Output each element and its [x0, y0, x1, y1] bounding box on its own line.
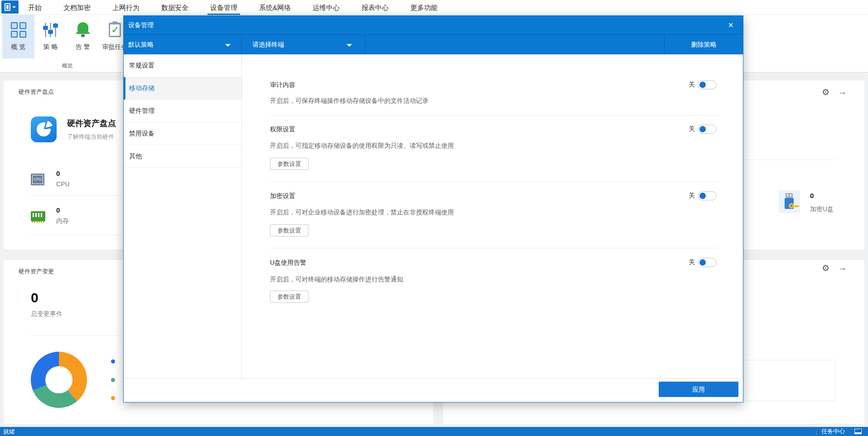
bell-icon: [76, 21, 90, 39]
arrow-right-icon[interactable]: →: [838, 87, 847, 96]
gear-icon[interactable]: ⚙: [822, 88, 829, 97]
sidebar-item-other[interactable]: 其他: [124, 145, 241, 168]
total-changes-label: 总变更事件: [31, 310, 63, 318]
section-desc: 开启后，可保存终端操作移动存储设备中的文件活动记录: [270, 97, 429, 105]
close-icon[interactable]: ×: [726, 20, 736, 30]
arrow-right-icon[interactable]: →: [838, 263, 847, 272]
ribbon-group-label: 概览: [2, 62, 132, 70]
ram-count: 0: [56, 206, 60, 214]
dialog-titlebar: 设备管理 ×: [124, 16, 743, 34]
ribbon-button-label: 策 略: [43, 43, 58, 51]
toggle-state-label: 关: [689, 125, 695, 133]
monitor-icon[interactable]: [854, 429, 862, 434]
menu-item-data-security[interactable]: 数据安全: [161, 0, 188, 15]
sidebar-item-removable-storage[interactable]: 移动存储: [124, 77, 241, 100]
ram-icon: [31, 211, 45, 221]
toggle-state-label: 关: [689, 258, 695, 266]
dialog-sidebar: 常规设置 移动存储 硬件管理 禁用设备 其他: [124, 54, 242, 379]
ram-label: 内存: [56, 217, 69, 225]
status-ready-label: 就绪: [3, 428, 15, 436]
task-center-link[interactable]: 任务中心: [821, 427, 845, 436]
encryption-param-settings-button[interactable]: 参数设置: [270, 224, 309, 237]
download-arrow-icon: ↓: [815, 428, 819, 436]
audit-toggle[interactable]: [698, 80, 717, 89]
ribbon-button-policy[interactable]: 策 略: [34, 15, 67, 58]
encrypted-usb-count: 0: [810, 192, 814, 199]
apply-button[interactable]: 应用: [659, 382, 738, 397]
cpu-count: 0: [56, 170, 60, 177]
changes-donut-chart: [31, 352, 87, 408]
card-title: 硬件资产变更: [19, 267, 54, 276]
menu-item-device-management[interactable]: 设备管理: [210, 0, 237, 15]
menu-bar: 开始 文档加密 上网行为 数据安全 设备管理 系统&网络 运维中心 报表中心 更…: [0, 0, 868, 15]
encryption-toggle[interactable]: [698, 191, 717, 200]
menu-item-more-features[interactable]: 更多功能: [410, 0, 438, 15]
section-title-permissions: 权限设置: [270, 126, 295, 134]
chevron-down-icon: [347, 44, 352, 47]
section-title-usb-alert: U盘使用告警: [270, 259, 306, 267]
card-title: 硬件资产盘点: [19, 88, 54, 96]
main-menu: 开始 文档加密 上网行为 数据安全 设备管理 系统&网络 运维中心 报表中心 更…: [28, 0, 438, 15]
section-title-encryption: 加密设置: [270, 192, 295, 200]
chevron-down-icon: [225, 44, 231, 47]
ribbon-button-label: 告 警: [76, 43, 90, 51]
sidebar-item-general-settings[interactable]: 常规设置: [124, 54, 241, 77]
app-logo-icon: [5, 3, 10, 11]
sidebar-item-disabled-devices[interactable]: 禁用设备: [124, 122, 241, 145]
cpu-label: CPU: [56, 180, 70, 188]
total-changes-value: 0: [31, 290, 39, 305]
section-title-audit: 审计内容: [270, 81, 295, 89]
chevron-down-icon: [12, 6, 16, 8]
delete-policy-button[interactable]: 删除策略: [664, 35, 743, 54]
ribbon-button-label: 概 览: [11, 43, 26, 51]
toggle-state-label: 关: [689, 192, 695, 200]
permissions-toggle[interactable]: [698, 125, 717, 134]
encrypted-usb-label: 加密U盘: [810, 205, 834, 213]
sidebar-item-hardware-management[interactable]: 硬件管理: [124, 100, 241, 122]
menu-item-report-center[interactable]: 报表中心: [362, 0, 389, 15]
section-desc: 开启后，可对终端的移动存储操作进行告警通知: [270, 276, 403, 284]
clipboard-check-icon: ✓: [109, 23, 121, 37]
menu-item-system-network[interactable]: 系统&网络: [259, 0, 291, 15]
usb-alert-toggle[interactable]: [698, 258, 717, 267]
ribbon-button-alert[interactable]: 告 警: [67, 15, 99, 58]
section-desc: 开启后，可对企业移动设备进行加密处理，禁止在非授权终端使用: [270, 208, 454, 217]
grid-icon: [11, 22, 26, 38]
app-menu-button[interactable]: [1, 0, 19, 14]
terminal-dropdown[interactable]: 请选择终端: [242, 35, 365, 54]
gear-icon[interactable]: ⚙: [822, 264, 829, 272]
dialog-toolbar: 默认策略 请选择终端 删除策略: [124, 34, 743, 54]
dialog-content: 审计内容 关 开启后，可保存终端操作移动存储设备中的文件活动记录 权限设置 关 …: [242, 54, 743, 379]
legend-dot-orange: [111, 396, 115, 400]
status-bar: 就绪 ↓ 任务中心: [0, 427, 868, 436]
usb-alert-param-settings-button[interactable]: 参数设置: [270, 291, 309, 303]
menu-item-ops-center[interactable]: 运维中心: [313, 0, 340, 15]
menu-item-doc-encryption[interactable]: 文档加密: [63, 0, 91, 15]
cpu-icon: [31, 174, 44, 185]
menu-item-web-behavior[interactable]: 上网行为: [112, 0, 140, 15]
legend-dot-green: [111, 378, 115, 382]
legend-dot-blue: [111, 359, 115, 363]
policy-dropdown-value: 默认策略: [128, 41, 154, 49]
permissions-param-settings-button[interactable]: 参数设置: [270, 158, 309, 170]
card-heading: 硬件资产盘点: [67, 118, 116, 129]
dialog-title: 设备管理: [128, 21, 154, 29]
sliders-icon: [43, 22, 58, 38]
section-desc: 开启后，可指定移动存储设备的使用权限为只读、读写或禁止使用: [270, 142, 454, 150]
dialog-footer: 应用: [124, 378, 743, 402]
card-subheading: 了解终端当前硬件: [67, 133, 114, 141]
terminal-dropdown-placeholder: 请选择终端: [252, 41, 284, 49]
usb-key-icon: [779, 190, 800, 213]
menu-item-start[interactable]: 开始: [28, 0, 42, 15]
toggle-state-label: 关: [689, 81, 695, 89]
pie-chart-app-icon: [31, 116, 57, 142]
ribbon-button-overview[interactable]: 概 览: [2, 15, 34, 58]
policy-dropdown[interactable]: 默认策略: [124, 35, 242, 54]
device-management-dialog: 设备管理 × 默认策略 请选择终端 删除策略 常规设置 移动存储 硬件管理 禁用…: [123, 15, 743, 402]
